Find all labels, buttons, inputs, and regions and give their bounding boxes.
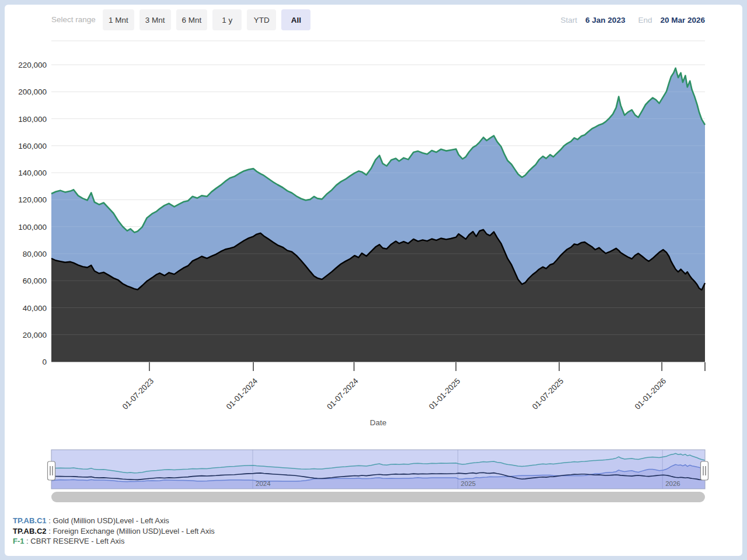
range-button-3mnt[interactable]: 3 Mnt	[139, 9, 171, 30]
range-button-1y[interactable]: 1 y	[212, 9, 242, 30]
range-button-1mnt[interactable]: 1 Mnt	[103, 9, 134, 30]
chart-legend: TP.AB.C1 : Gold (Million USD)Level - Lef…	[13, 516, 215, 547]
legend-text-fx: : Foreign Exchange (Million USD)Level - …	[47, 527, 215, 536]
date-range: Start 6 Jan 2023 End 20 Mar 2026	[561, 9, 705, 30]
legend-text-cbrt: : CBRT RESERVE - Left Axis	[25, 537, 125, 545]
y-axis-label: 140,000	[18, 169, 47, 177]
range-buttons: 1 Mnt 3 Mnt 6 Mnt 1 y YTD All	[103, 9, 310, 30]
reserves-stacked-area-chart[interactable]: 020,00040,00060,00080,000100,000120,0001…	[5, 5, 742, 556]
nav-handle-right[interactable]	[701, 461, 708, 480]
legend-code-gold: TP.AB.C1	[13, 516, 47, 525]
x-axis-label: 01-07-2025	[530, 377, 565, 411]
y-axis-label: 20,000	[23, 331, 47, 340]
x-axis-label: 01-01-2026	[633, 377, 668, 411]
y-axis-label: 100,000	[18, 223, 47, 232]
scrollbar-thumb[interactable]	[51, 492, 705, 502]
legend-code-cbrt: F-1	[13, 537, 25, 545]
x-axis-label: 01-01-2025	[427, 377, 462, 411]
range-button-ytd[interactable]: YTD	[247, 9, 276, 30]
legend-code-fx: TP.AB.C2	[13, 527, 47, 536]
x-axis-label: 01-07-2024	[325, 376, 360, 411]
nav-handle-left[interactable]	[48, 461, 55, 480]
nav-year-label: 2026	[665, 480, 680, 487]
range-button-all[interactable]: All	[281, 9, 310, 30]
y-axis-label: 200,000	[18, 88, 47, 96]
y-axis-label: 40,000	[23, 304, 47, 313]
y-axis-label: 80,000	[23, 250, 47, 258]
y-axis-label: 60,000	[23, 276, 47, 285]
y-axis-label: 120,000	[18, 195, 47, 204]
end-date-label: End	[638, 16, 652, 24]
x-axis-label: 01-07-2023	[121, 377, 155, 411]
y-axis-label: 0	[42, 358, 47, 366]
end-date-value[interactable]: 20 Mar 2026	[660, 16, 705, 24]
nav-year-label: 2025	[461, 480, 476, 487]
range-button-6mnt[interactable]: 6 Mnt	[176, 9, 208, 30]
legend-text-gold: : Gold (Million USD)Level - Left Axis	[47, 516, 169, 525]
y-axis-label: 180,000	[18, 115, 47, 124]
legend-item-cbrt: F-1 : CBRT RESERVE - Left Axis	[13, 536, 215, 547]
select-range-label: Select range	[51, 9, 96, 30]
x-axis-label: 01-01-2024	[225, 376, 260, 411]
x-axis-title: Date	[370, 418, 387, 427]
nav-year-label: 2024	[256, 480, 271, 487]
y-axis-label: 160,000	[18, 142, 47, 150]
legend-item-gold: TP.AB.C1 : Gold (Million USD)Level - Lef…	[13, 516, 215, 526]
legend-item-fx: TP.AB.C2 : Foreign Exchange (Million USD…	[13, 526, 215, 537]
chart-card: 020,00040,00060,00080,000100,000120,0001…	[5, 5, 742, 556]
start-date-value[interactable]: 6 Jan 2023	[585, 16, 625, 24]
y-axis-label: 220,000	[18, 61, 47, 69]
start-date-label: Start	[561, 16, 578, 24]
